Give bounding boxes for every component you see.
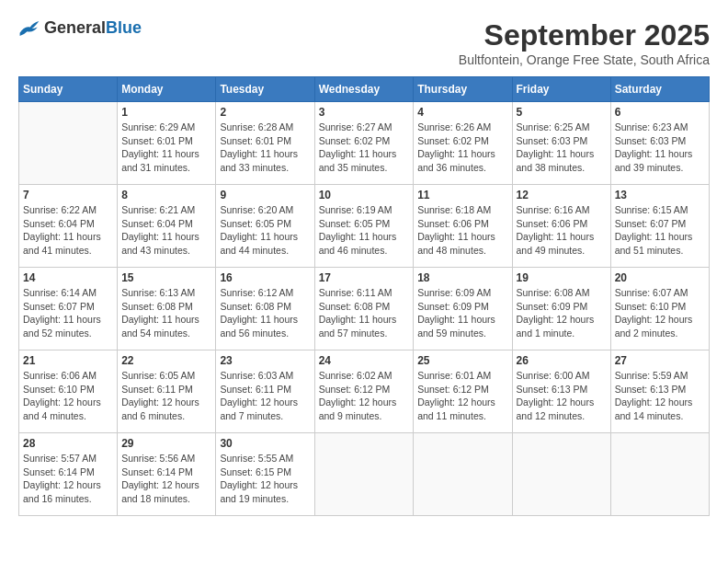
day-info: Sunrise: 6:20 AMSunset: 6:05 PMDaylight:…	[220, 203, 310, 258]
week-row-5: 28Sunrise: 5:57 AMSunset: 6:14 PMDayligh…	[19, 433, 710, 516]
weekday-header-monday: Monday	[118, 77, 216, 102]
day-info: Sunrise: 6:25 AMSunset: 6:03 PMDaylight:…	[517, 121, 607, 175]
title-block: September 2025 Bultfontein, Orange Free …	[459, 18, 710, 67]
day-number: 7	[23, 189, 113, 201]
day-info: Sunrise: 5:57 AMSunset: 6:14 PMDaylight:…	[23, 452, 113, 506]
day-number: 3	[319, 106, 410, 119]
day-info: Sunrise: 6:18 AMSunset: 6:06 PMDaylight:…	[417, 203, 507, 258]
calendar-cell: 6Sunrise: 6:23 AMSunset: 6:03 PMDaylight…	[610, 102, 709, 185]
calendar-cell: 21Sunrise: 6:06 AMSunset: 6:10 PMDayligh…	[19, 350, 118, 433]
day-number: 4	[417, 106, 507, 119]
calendar-cell: 27Sunrise: 5:59 AMSunset: 6:13 PMDayligh…	[610, 350, 709, 433]
calendar-cell: 1Sunrise: 6:29 AMSunset: 6:01 PMDaylight…	[118, 102, 216, 185]
day-info: Sunrise: 6:11 AMSunset: 6:08 PMDaylight:…	[319, 286, 410, 340]
day-number: 16	[220, 271, 310, 284]
weekday-header-row: SundayMondayTuesdayWednesdayThursdayFrid…	[19, 77, 710, 102]
day-info: Sunrise: 6:00 AMSunset: 6:13 PMDaylight:…	[517, 369, 607, 423]
day-info: Sunrise: 6:27 AMSunset: 6:02 PMDaylight:…	[319, 121, 410, 175]
calendar-cell	[512, 433, 610, 516]
weekday-header-friday: Friday	[512, 77, 610, 102]
weekday-header-saturday: Saturday	[610, 77, 709, 102]
calendar-cell: 9Sunrise: 6:20 AMSunset: 6:05 PMDaylight…	[216, 185, 314, 268]
week-row-4: 21Sunrise: 6:06 AMSunset: 6:10 PMDayligh…	[19, 350, 710, 433]
day-number: 10	[319, 189, 410, 201]
logo-text: GeneralBlue	[44, 18, 142, 38]
day-number: 5	[517, 106, 607, 119]
day-info: Sunrise: 6:22 AMSunset: 6:04 PMDaylight:…	[23, 203, 113, 258]
weekday-header-tuesday: Tuesday	[216, 77, 314, 102]
day-info: Sunrise: 6:13 AMSunset: 6:08 PMDaylight:…	[121, 286, 211, 340]
day-number: 29	[121, 437, 211, 450]
day-number: 15	[121, 271, 211, 284]
calendar-cell: 28Sunrise: 5:57 AMSunset: 6:14 PMDayligh…	[19, 433, 118, 516]
day-number: 13	[615, 189, 705, 201]
day-number: 12	[517, 189, 607, 201]
calendar-table: SundayMondayTuesdayWednesdayThursdayFrid…	[18, 76, 710, 516]
calendar-cell: 18Sunrise: 6:09 AMSunset: 6:09 PMDayligh…	[414, 268, 512, 350]
day-number: 2	[220, 106, 310, 119]
calendar-cell: 22Sunrise: 6:05 AMSunset: 6:11 PMDayligh…	[118, 350, 216, 433]
calendar-cell: 19Sunrise: 6:08 AMSunset: 6:09 PMDayligh…	[512, 268, 610, 350]
calendar-cell: 13Sunrise: 6:15 AMSunset: 6:07 PMDayligh…	[610, 185, 709, 268]
day-info: Sunrise: 6:01 AMSunset: 6:12 PMDaylight:…	[417, 369, 507, 423]
week-row-2: 7Sunrise: 6:22 AMSunset: 6:04 PMDaylight…	[19, 185, 710, 268]
day-info: Sunrise: 6:12 AMSunset: 6:08 PMDaylight:…	[220, 286, 310, 340]
day-number: 24	[319, 354, 410, 367]
page-header: GeneralBlue September 2025 Bultfontein, …	[18, 18, 710, 67]
day-number: 17	[319, 271, 410, 284]
day-number: 27	[615, 354, 705, 367]
calendar-body: 1Sunrise: 6:29 AMSunset: 6:01 PMDaylight…	[19, 102, 710, 516]
calendar-cell: 17Sunrise: 6:11 AMSunset: 6:08 PMDayligh…	[314, 268, 414, 350]
day-info: Sunrise: 6:16 AMSunset: 6:06 PMDaylight:…	[517, 203, 607, 258]
weekday-header-wednesday: Wednesday	[314, 77, 414, 102]
day-info: Sunrise: 5:55 AMSunset: 6:15 PMDaylight:…	[220, 452, 310, 506]
logo-blue: Blue	[106, 18, 142, 37]
month-title: September 2025	[459, 18, 710, 52]
day-info: Sunrise: 6:08 AMSunset: 6:09 PMDaylight:…	[517, 286, 607, 340]
day-info: Sunrise: 6:29 AMSunset: 6:01 PMDaylight:…	[121, 121, 211, 175]
day-info: Sunrise: 6:07 AMSunset: 6:10 PMDaylight:…	[615, 286, 705, 340]
calendar-cell: 4Sunrise: 6:26 AMSunset: 6:02 PMDaylight…	[414, 102, 512, 185]
week-row-3: 14Sunrise: 6:14 AMSunset: 6:07 PMDayligh…	[19, 268, 710, 350]
calendar-cell: 14Sunrise: 6:14 AMSunset: 6:07 PMDayligh…	[19, 268, 118, 350]
weekday-header-thursday: Thursday	[414, 77, 512, 102]
calendar-cell: 8Sunrise: 6:21 AMSunset: 6:04 PMDaylight…	[118, 185, 216, 268]
calendar-cell: 26Sunrise: 6:00 AMSunset: 6:13 PMDayligh…	[512, 350, 610, 433]
day-number: 1	[121, 106, 211, 119]
day-number: 28	[23, 437, 113, 450]
day-number: 8	[121, 189, 211, 201]
calendar-cell: 16Sunrise: 6:12 AMSunset: 6:08 PMDayligh…	[216, 268, 314, 350]
day-number: 22	[121, 354, 211, 367]
day-info: Sunrise: 6:06 AMSunset: 6:10 PMDaylight:…	[23, 369, 113, 423]
calendar-cell: 2Sunrise: 6:28 AMSunset: 6:01 PMDaylight…	[216, 102, 314, 185]
calendar-cell: 29Sunrise: 5:56 AMSunset: 6:14 PMDayligh…	[118, 433, 216, 516]
day-number: 19	[517, 271, 607, 284]
calendar-cell: 30Sunrise: 5:55 AMSunset: 6:15 PMDayligh…	[216, 433, 314, 516]
day-info: Sunrise: 5:59 AMSunset: 6:13 PMDaylight:…	[615, 369, 705, 423]
week-row-1: 1Sunrise: 6:29 AMSunset: 6:01 PMDaylight…	[19, 102, 710, 185]
day-number: 26	[517, 354, 607, 367]
day-info: Sunrise: 6:03 AMSunset: 6:11 PMDaylight:…	[220, 369, 310, 423]
day-number: 11	[417, 189, 507, 201]
day-info: Sunrise: 6:19 AMSunset: 6:05 PMDaylight:…	[319, 203, 410, 258]
calendar-cell: 10Sunrise: 6:19 AMSunset: 6:05 PMDayligh…	[314, 185, 414, 268]
day-info: Sunrise: 6:09 AMSunset: 6:09 PMDaylight:…	[417, 286, 507, 340]
calendar-cell: 5Sunrise: 6:25 AMSunset: 6:03 PMDaylight…	[512, 102, 610, 185]
location-subtitle: Bultfontein, Orange Free State, South Af…	[459, 52, 710, 67]
calendar-cell	[414, 433, 512, 516]
day-info: Sunrise: 6:05 AMSunset: 6:11 PMDaylight:…	[121, 369, 211, 423]
day-number: 23	[220, 354, 310, 367]
weekday-header-sunday: Sunday	[19, 77, 118, 102]
day-number: 25	[417, 354, 507, 367]
calendar-cell	[19, 102, 118, 185]
calendar-cell: 11Sunrise: 6:18 AMSunset: 6:06 PMDayligh…	[414, 185, 512, 268]
day-number: 30	[220, 437, 310, 450]
calendar-cell: 23Sunrise: 6:03 AMSunset: 6:11 PMDayligh…	[216, 350, 314, 433]
calendar-cell: 20Sunrise: 6:07 AMSunset: 6:10 PMDayligh…	[610, 268, 709, 350]
day-info: Sunrise: 5:56 AMSunset: 6:14 PMDaylight:…	[121, 452, 211, 506]
calendar-cell: 7Sunrise: 6:22 AMSunset: 6:04 PMDaylight…	[19, 185, 118, 268]
calendar-cell	[314, 433, 414, 516]
calendar-cell: 12Sunrise: 6:16 AMSunset: 6:06 PMDayligh…	[512, 185, 610, 268]
logo: GeneralBlue	[18, 18, 142, 38]
logo-icon	[18, 19, 40, 38]
